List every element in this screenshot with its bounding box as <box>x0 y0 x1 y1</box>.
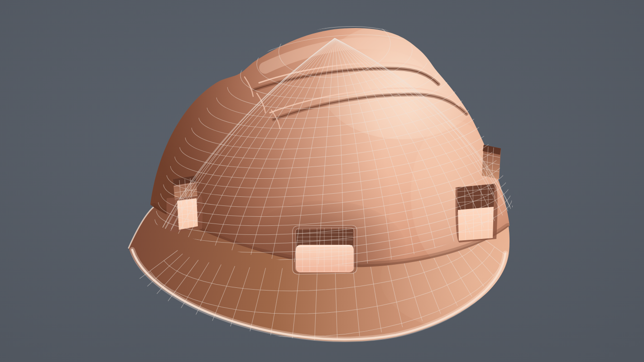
render-viewport <box>0 0 644 362</box>
front-accessory-slot <box>293 225 357 274</box>
hard-hat-render <box>0 0 644 362</box>
